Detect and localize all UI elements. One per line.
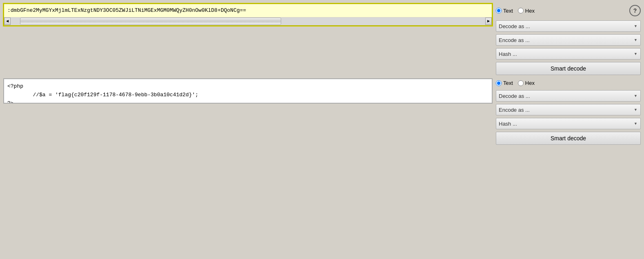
bottom-decode-wrapper: Decode as ... Base64 URL decode HTML ent… (496, 90, 641, 102)
bottom-smart-decode-button[interactable]: Smart decode (496, 132, 641, 145)
top-textarea-panel: :dmbGFne2MyMGYxMjlmLTExNzgtNDY3OC05ZWJiL… (3, 3, 493, 26)
top-radio-text-label[interactable]: Text (496, 8, 513, 14)
bottom-hex-label: Hex (525, 80, 535, 86)
top-hash-wrapper: Hash ... MD5 SHA1 SHA256 SHA512 (496, 48, 641, 60)
bottom-encode-wrapper: Encode as ... Base64 URL encode HTML ent… (496, 104, 641, 115)
bottom-radio-hex[interactable] (518, 80, 524, 86)
bottom-radio-text-label[interactable]: Text (496, 80, 513, 86)
scroll-right-btn[interactable]: ▶ (485, 18, 492, 25)
top-controls-panel: Text Hex ? Decode as ... Base64 URL deco… (496, 3, 641, 75)
bottom-decode-dropdown[interactable]: Decode as ... Base64 URL decode HTML ent… (496, 90, 641, 102)
top-text-label: Text (503, 8, 513, 14)
scrollbar-track[interactable] (11, 18, 485, 25)
bottom-text-label: Text (503, 80, 513, 86)
top-row: :dmbGFne2MyMGYxMjlmLTExNzgtNDY3OC05ZWJiL… (3, 3, 641, 75)
top-radio-hex[interactable] (518, 8, 524, 13)
top-help-button[interactable]: ? (629, 5, 641, 16)
top-decode-dropdown[interactable]: Decode as ... Base64 URL decode HTML ent… (496, 20, 641, 32)
top-smart-decode-button[interactable]: Smart decode (496, 62, 641, 75)
top-encoded-text: :dmbGFne2MyMGYxMjlmLTExNzgtNDY3OC05ZWJiL… (4, 4, 492, 17)
scroll-left-btn[interactable]: ◀ (4, 18, 11, 25)
bottom-radio-hex-label[interactable]: Hex (518, 80, 535, 86)
scrollbar-thumb[interactable] (20, 18, 281, 25)
top-hex-label: Hex (525, 8, 535, 14)
bottom-row: <?php //$a = 'flag{c20f129f-1178-4678-9e… (3, 78, 641, 145)
top-radio-row: Text Hex ? (496, 3, 641, 18)
top-hash-dropdown[interactable]: Hash ... MD5 SHA1 SHA256 SHA512 (496, 48, 641, 60)
top-text-content: :dmbGFne2MyMGYxMjlmLTExNzgtNDY3OC05ZWJiL… (4, 4, 492, 17)
top-radio-text[interactable] (496, 8, 502, 13)
bottom-radio-text[interactable] (496, 80, 502, 86)
bottom-hash-wrapper: Hash ... MD5 SHA1 SHA256 SHA512 (496, 118, 641, 129)
horizontal-scrollbar[interactable]: ◀ ▶ (4, 17, 492, 25)
bottom-decoded-textarea[interactable]: <?php //$a = 'flag{c20f129f-1178-4678-9e… (4, 79, 492, 103)
top-radio-hex-label[interactable]: Hex (518, 8, 535, 14)
top-decode-wrapper: Decode as ... Base64 URL decode HTML ent… (496, 20, 641, 32)
bottom-controls-panel: Text Hex Decode as ... Base64 URL decode… (496, 78, 641, 145)
bottom-radio-row: Text Hex (496, 78, 641, 88)
bottom-hash-dropdown[interactable]: Hash ... MD5 SHA1 SHA256 SHA512 (496, 118, 641, 129)
bottom-textarea-panel: <?php //$a = 'flag{c20f129f-1178-4678-9e… (3, 78, 493, 104)
top-encode-wrapper: Encode as ... Base64 URL encode HTML ent… (496, 34, 641, 46)
top-encode-dropdown[interactable]: Encode as ... Base64 URL encode HTML ent… (496, 34, 641, 46)
bottom-encode-dropdown[interactable]: Encode as ... Base64 URL encode HTML ent… (496, 104, 641, 115)
